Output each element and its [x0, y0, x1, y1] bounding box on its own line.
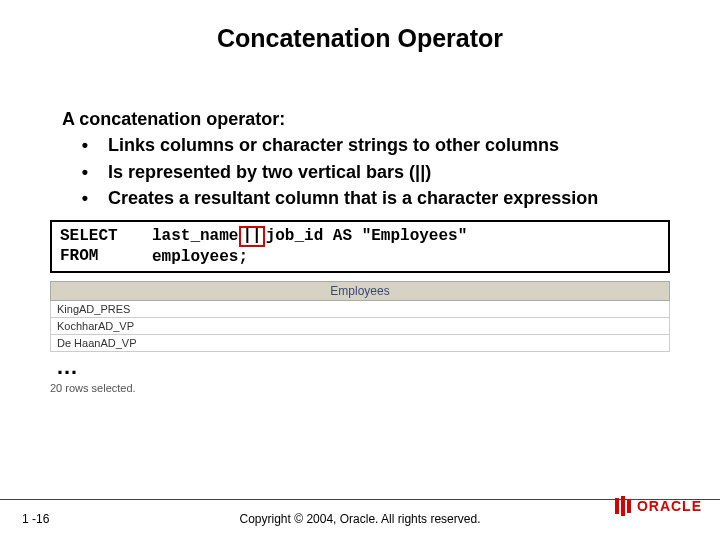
list-item: • Is represented by two vertical bars (|… — [62, 160, 658, 184]
oracle-logo: ORACLE — [615, 496, 702, 516]
bullet-dot: • — [62, 133, 108, 157]
logo-bar-icon — [621, 496, 625, 516]
table-row: KochharAD_VP — [50, 318, 670, 335]
logo-text: ORACLE — [637, 498, 702, 514]
bullet-list: • Links columns or character strings to … — [62, 133, 658, 210]
sql-keywords: SELECT FROM — [60, 226, 152, 267]
table-row: KingAD_PRES — [50, 301, 670, 318]
slide-body: A concatenation operator: • Links column… — [0, 53, 720, 210]
ellipsis: … — [56, 354, 664, 380]
bullet-dot: • — [62, 186, 108, 210]
bullet-dot: • — [62, 160, 108, 184]
lead-text: A concatenation operator: — [62, 107, 658, 131]
logo-bar-icon — [627, 499, 631, 513]
bullet-text: Links columns or character strings to ot… — [108, 133, 658, 157]
bullet-text: Creates a resultant column that is a cha… — [108, 186, 658, 210]
expr-post: job_id AS "Employees" — [266, 227, 468, 245]
copyright-text: Copyright © 2004, Oracle. All rights res… — [0, 512, 720, 526]
sql-code-box: SELECT FROM last_name||job_id AS "Employ… — [50, 220, 670, 273]
bullet-text: Is represented by two vertical bars (||) — [108, 160, 658, 184]
select-line: last_name||job_id AS "Employees" — [152, 226, 660, 247]
from-line: employees; — [152, 247, 660, 267]
slide: Concatenation Operator A concatenation o… — [0, 0, 720, 540]
concat-operator-highlight: || — [239, 226, 264, 247]
row-count: 20 rows selected. — [50, 380, 670, 396]
expr-pre: last_name — [152, 227, 238, 245]
slide-title: Concatenation Operator — [0, 0, 720, 53]
list-item: • Creates a resultant column that is a c… — [62, 186, 658, 210]
sql-expression: last_name||job_id AS "Employees" employe… — [152, 226, 660, 267]
footer-divider — [0, 499, 720, 500]
table-row: De HaanAD_VP — [50, 335, 670, 352]
result-column-header: Employees — [50, 281, 670, 301]
list-item: • Links columns or character strings to … — [62, 133, 658, 157]
slide-footer: 1 -16 Copyright © 2004, Oracle. All righ… — [0, 494, 720, 534]
select-keyword: SELECT — [60, 226, 152, 246]
result-table: Employees KingAD_PRES KochharAD_VP De Ha… — [50, 281, 670, 352]
from-keyword: FROM — [60, 246, 152, 266]
logo-bar-icon — [615, 498, 619, 514]
